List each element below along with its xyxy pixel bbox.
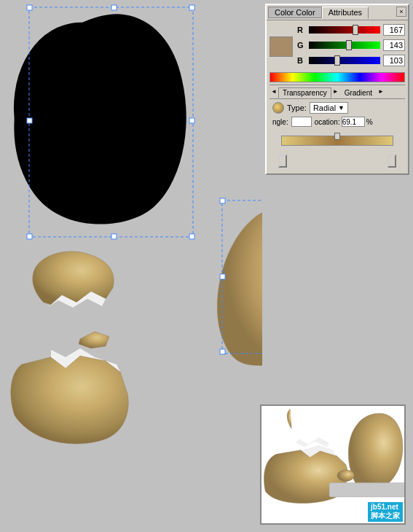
sub-tab-left-arrow[interactable]: ◄ <box>270 87 278 98</box>
sub-tab-right-arrow2[interactable]: ► <box>377 87 385 98</box>
angle-location-row: ngle: ocation: % <box>272 117 402 127</box>
type-row: Type: Radial ▼ <box>272 102 402 114</box>
svg-rect-4 <box>27 118 32 123</box>
svg-rect-13 <box>220 274 225 279</box>
g-label: G <box>297 41 306 50</box>
type-label: Type: <box>287 103 307 112</box>
gradient-center-handle[interactable] <box>334 133 340 140</box>
sub-tab-gradient[interactable]: Gradient <box>340 87 377 98</box>
watermark-site: jb51.net <box>371 503 400 511</box>
b-slider-thumb[interactable] <box>334 55 340 66</box>
rainbow-bar[interactable] <box>270 72 405 82</box>
type-dropdown[interactable]: Radial ▼ <box>310 102 348 114</box>
svg-rect-2 <box>111 5 117 10</box>
gradient-slider-area <box>272 130 402 152</box>
sub-panel-tabs: ◄ Transparency ► Gradient ► <box>270 87 405 99</box>
close-button[interactable]: × <box>396 7 406 17</box>
tab-color[interactable]: Color Color <box>268 7 322 18</box>
r-slider-row: R 167 <box>297 23 405 36</box>
gradient-left-handle[interactable] <box>278 154 287 168</box>
r-slider-track <box>309 26 380 34</box>
location-unit: % <box>366 118 373 126</box>
svg-rect-9 <box>222 200 262 353</box>
location-label: ocation: <box>315 118 340 126</box>
svg-rect-18 <box>329 482 404 497</box>
g-slider-thumb[interactable] <box>346 40 352 50</box>
svg-point-0 <box>0 11 176 223</box>
location-input[interactable] <box>342 117 365 127</box>
sub-tab-right-arrow[interactable]: ► <box>331 87 340 98</box>
svg-rect-3 <box>189 5 194 10</box>
svg-rect-8 <box>189 234 194 239</box>
black-egg-selection <box>29 7 193 237</box>
watermark: jb51.net 脚本之家 <box>368 502 403 522</box>
thumbnail-content: jb51.net 脚本之家 <box>261 406 404 523</box>
angle-label: ngle: <box>272 118 288 126</box>
black-egg-shape <box>14 14 186 224</box>
gradient-right-handle[interactable] <box>388 154 396 168</box>
svg-rect-7 <box>111 234 117 239</box>
color-panel: Color Color Attributes × R 167 <box>265 4 409 175</box>
svg-point-19 <box>337 470 354 482</box>
g-slider-row: G 143 <box>297 39 405 52</box>
r-slider-thumb[interactable] <box>353 25 358 35</box>
svg-rect-6 <box>27 234 32 239</box>
b-label: B <box>297 56 306 65</box>
angle-input[interactable] <box>291 117 312 127</box>
g-value[interactable]: 143 <box>383 39 405 51</box>
b-value[interactable]: 103 <box>383 55 405 66</box>
svg-rect-5 <box>189 118 194 123</box>
panel-divider <box>270 85 405 85</box>
svg-rect-1 <box>27 5 32 10</box>
tab-attributes[interactable]: Attributes <box>322 7 369 19</box>
dropdown-arrow-icon: ▼ <box>338 104 345 112</box>
panel-body: R 167 G 143 B <box>267 20 408 173</box>
gradient-end-handles-row <box>272 154 402 168</box>
panel-titlebar: Color Color Attributes × <box>267 5 408 20</box>
svg-rect-15 <box>220 349 225 354</box>
watermark-subtext: 脚本之家 <box>371 511 400 521</box>
sub-panel: ◄ Transparency ► Gradient ► Type: Radial… <box>270 87 405 171</box>
g-slider-track <box>309 42 380 49</box>
thumbnail-box: jb51.net 脚本之家 <box>260 404 406 525</box>
r-value[interactable]: 167 <box>383 24 405 36</box>
svg-rect-10 <box>220 198 225 203</box>
color-swatch[interactable] <box>270 36 293 57</box>
r-label: R <box>297 26 306 34</box>
b-slider-track <box>309 57 380 64</box>
b-slider-row: B 103 <box>297 54 405 67</box>
rgb-sliders: R 167 G 143 B <box>297 23 405 69</box>
gradient-section: Type: Radial ▼ ngle: ocation: % <box>270 99 405 171</box>
color-swatch-row: R 167 G 143 B <box>270 23 405 69</box>
gradient-type-icon <box>272 102 284 114</box>
sub-tab-transparency[interactable]: Transparency <box>278 87 331 98</box>
